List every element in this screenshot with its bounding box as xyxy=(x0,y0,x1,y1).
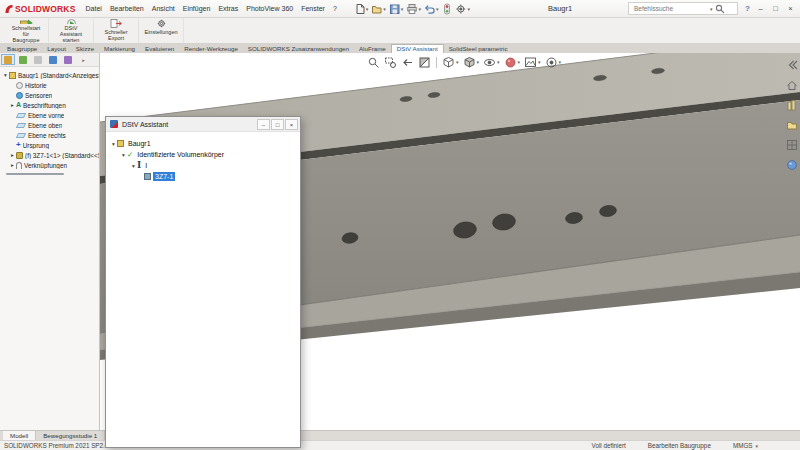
tab-solidworks-zusatzanwendungen[interactable]: SOLIDWORKS Zusatzanwendungen xyxy=(243,44,354,53)
edit-appearance-button[interactable]: ▾ xyxy=(503,55,522,69)
zoom-fit-button[interactable] xyxy=(366,55,381,69)
propertymanager-tab[interactable] xyxy=(16,54,30,65)
menu-einfuegen[interactable]: Einfügen xyxy=(179,0,215,17)
menu-fenster[interactable]: Fenster xyxy=(297,0,329,17)
expand-arrow-icon[interactable]: ▸ xyxy=(9,100,16,110)
dialog-minimize-button[interactable]: – xyxy=(257,119,270,130)
ribbon-button-quickstart[interactable]: Schnellstart für Baugruppe xyxy=(4,18,49,43)
tree-item-sensoren[interactable]: Sensoren xyxy=(0,90,99,100)
ribbon-button-label: DStV Assistant starten xyxy=(60,25,82,43)
tab-modell[interactable]: Modell xyxy=(3,431,36,440)
dialog-tree-item-volumenkoerper[interactable]: ▾ ✓ Identifizierte Volumenkörper xyxy=(106,149,300,160)
dialog-app-icon xyxy=(110,120,118,128)
tab-skizze[interactable]: Skizze xyxy=(71,44,99,53)
dialog-title-bar[interactable]: DStV Assistant – □ × xyxy=(106,117,300,132)
expand-arrow-icon[interactable]: ▾ xyxy=(120,150,127,160)
hide-show-items-button[interactable]: ▾ xyxy=(482,55,501,69)
qat-save-button[interactable]: ▾ xyxy=(388,1,405,16)
qat-new-button[interactable]: ▾ xyxy=(353,1,370,16)
file-explorer-button[interactable] xyxy=(785,118,798,131)
expand-arrow-icon[interactable]: ▸ xyxy=(9,150,16,160)
resources-home-button[interactable] xyxy=(785,78,798,91)
menu-bearbeiten[interactable]: Bearbeiten xyxy=(106,0,148,17)
tree-item-beschriftungen[interactable]: ▸ A Beschriftungen xyxy=(0,100,99,110)
tree-item-part-3z7[interactable]: ▸ (f) 3Z7-1<1> (Standard<<Standard>_Anze… xyxy=(0,150,99,160)
zoom-area-button[interactable] xyxy=(383,55,398,69)
tree-item-ebene-vorne[interactable]: Ebene vorne xyxy=(0,110,99,120)
displaymanager-tab[interactable] xyxy=(61,54,75,65)
toolbar-separator xyxy=(436,57,437,68)
tree-item-assembly-root[interactable]: ▾ Baugr1 (Standard<Anzeigestatus-1>) xyxy=(0,70,99,80)
feature-manager-tab-strip: ▸ xyxy=(0,53,99,67)
units-selector[interactable]: MMGS▾ xyxy=(733,441,758,450)
configurationmanager-tab[interactable] xyxy=(31,54,45,65)
close-button[interactable]: × xyxy=(783,0,798,18)
tree-item-ebene-oben[interactable]: Ebene oben xyxy=(0,120,99,130)
assembly-icon xyxy=(117,140,124,147)
expand-arrow-icon[interactable]: ▾ xyxy=(2,70,9,80)
featuremanager-tree-icon xyxy=(4,56,12,64)
minimize-button[interactable]: – xyxy=(753,0,768,18)
ribbon-button-settings[interactable]: Einstellungen xyxy=(139,18,184,43)
design-library-button[interactable] xyxy=(785,98,798,111)
tab-render-werkzeuge[interactable]: Render-Werkzeuge xyxy=(179,44,243,53)
dialog-close-button[interactable]: × xyxy=(285,119,298,130)
dstv-assistant-dialog[interactable]: DStV Assistant – □ × ▾ Baugr1 ▾ ✓ Identi… xyxy=(105,116,301,448)
display-style-button[interactable]: ▾ xyxy=(462,55,481,69)
dialog-maximize-button[interactable]: □ xyxy=(271,119,284,130)
expand-arrow-icon[interactable]: ▾ xyxy=(110,139,117,149)
dialog-tree-item-3z7-1[interactable]: 3Z7-1 xyxy=(106,171,300,182)
tab-solidsteel-parametric[interactable]: SolidSteel parametric xyxy=(444,44,513,53)
qat-print-button[interactable]: ▾ xyxy=(405,1,422,16)
tree-item-ursprung[interactable]: + Ursprung xyxy=(0,140,99,150)
qat-options-button[interactable]: ▾ xyxy=(454,1,471,16)
dialog-tree-item-baugr1[interactable]: ▾ Baugr1 xyxy=(106,138,300,149)
dialog-title: DStV Assistant xyxy=(122,121,256,128)
tab-layout[interactable]: Layout xyxy=(42,44,71,53)
menu-datei[interactable]: Datei xyxy=(82,0,106,17)
tab-aluframe[interactable]: AluFrame xyxy=(354,44,391,53)
tree-item-historie[interactable]: Historie xyxy=(0,80,99,90)
tab-baugruppe[interactable]: Baugruppe xyxy=(2,44,42,53)
menu-hilfe[interactable]: ? xyxy=(329,0,341,17)
section-view-button[interactable] xyxy=(417,55,432,69)
command-search[interactable]: ▾ xyxy=(628,2,738,15)
search-input[interactable] xyxy=(632,4,708,13)
tree-item-ebene-rechts[interactable]: Ebene rechts xyxy=(0,130,99,140)
view-orientation-button[interactable]: ▾ xyxy=(441,55,460,69)
tab-evaluieren[interactable]: Evaluieren xyxy=(140,44,179,53)
panel-overflow-button[interactable]: ▸ xyxy=(76,54,90,65)
expand-arrow-icon[interactable]: ▾ xyxy=(130,161,137,171)
menu-ansicht[interactable]: Ansicht xyxy=(148,0,179,17)
rollback-bar[interactable] xyxy=(6,173,64,175)
menu-photoview-360[interactable]: PhotoView 360 xyxy=(242,0,297,17)
ribbon-button-dstv-assistant-start[interactable]: DStV Assistant starten xyxy=(49,18,94,43)
i-beam-profile-icon: I xyxy=(137,161,141,170)
ribbon-button-quick-export[interactable]: Schneller Export xyxy=(94,18,139,43)
qat-undo-button[interactable]: ▾ xyxy=(423,1,440,16)
featuremanager-tree-tab[interactable] xyxy=(1,54,15,65)
command-manager-tabs: Baugruppe Layout Skizze Markierung Evalu… xyxy=(0,44,800,53)
task-pane-collapse-button[interactable] xyxy=(785,58,798,71)
appearances-button[interactable] xyxy=(785,158,798,171)
tab-markierung[interactable]: Markierung xyxy=(99,44,140,53)
help-button[interactable]: ? xyxy=(745,0,750,18)
tab-dstv-assistant[interactable]: DStV Assistant xyxy=(391,44,444,53)
qat-rebuild-button[interactable] xyxy=(440,1,453,16)
dialog-tree-item-profile-i[interactable]: ▾ I I xyxy=(106,160,300,171)
tab-bewegungsstudie-1[interactable]: Bewegungsstudie 1 xyxy=(36,431,105,440)
menu-extras[interactable]: Extras xyxy=(214,0,242,17)
qat-open-button[interactable]: ▾ xyxy=(370,1,387,16)
tree-item-verknuepfungen[interactable]: ▸ Verknüpfungen xyxy=(0,160,99,170)
apply-scene-button[interactable]: ▾ xyxy=(523,55,542,69)
previous-view-button[interactable] xyxy=(400,55,415,69)
view-settings-button[interactable]: ▾ xyxy=(544,55,563,69)
caret-down-icon: ▾ xyxy=(401,6,404,12)
maximize-button[interactable]: □ xyxy=(768,0,783,18)
expand-arrow-icon[interactable]: ▸ xyxy=(9,160,16,170)
dialog-body: ▾ Baugr1 ▾ ✓ Identifizierte Volumenkörpe… xyxy=(106,132,300,182)
folder-icon xyxy=(786,119,798,131)
view-palette-button[interactable] xyxy=(785,138,798,151)
dimxpertmanager-tab[interactable] xyxy=(46,54,60,65)
palette-grid-icon xyxy=(786,139,798,151)
